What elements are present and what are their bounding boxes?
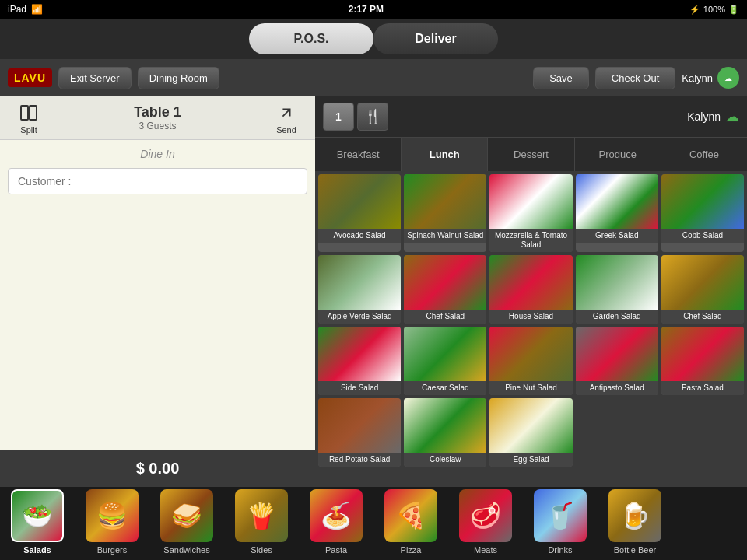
cat-icon-label: Drinks xyxy=(548,545,572,555)
battery-icon: 🔋 xyxy=(728,5,739,15)
split-button[interactable]: Split xyxy=(9,102,48,135)
menu-item-house-salad[interactable]: House Salad xyxy=(489,255,572,324)
menu-item-greek-salad[interactable]: Greek Salad xyxy=(576,174,658,252)
svg-rect-0 xyxy=(21,106,28,120)
customer-input[interactable] xyxy=(8,168,307,194)
bluetooth-icon: ⚡ xyxy=(689,5,700,15)
tab-coffee[interactable]: Coffee xyxy=(661,138,747,172)
cat-icon-img: 🥪 xyxy=(160,489,213,542)
pos-button[interactable]: P.O.S. xyxy=(249,23,374,54)
tab-produce[interactable]: Produce xyxy=(575,138,661,172)
split-label: Split xyxy=(20,125,37,135)
status-bar: iPad 📶 2:17 PM ⚡ 100% 🔋 xyxy=(0,0,747,19)
total-bar: $ 0.00 xyxy=(0,450,315,487)
cat-salads[interactable]: 🥗 Salads xyxy=(0,489,75,559)
menu-item-mozzarella-tomato-salad[interactable]: Mozzarella & Tomato Salad xyxy=(489,174,572,252)
wifi-icon: 📶 xyxy=(31,4,43,15)
menu-item-red-potato-salad[interactable]: Red Potato Salad xyxy=(318,398,401,467)
seat-tabs: 1 🍴 Kalynn ☁ xyxy=(315,96,747,137)
cloud-icon: ☁ xyxy=(725,108,739,125)
menu-item-label: Apple Verde Salad xyxy=(318,310,401,324)
seat-tab-1[interactable]: 1 xyxy=(323,103,354,131)
menu-item-label: Chef Salad xyxy=(661,310,744,324)
cat-icon-img: 🍔 xyxy=(86,489,139,542)
right-panel: 1 🍴 Kalynn ☁ Breakfast Lunch Dessert Pro… xyxy=(315,96,747,487)
cat-icon-label: Salads xyxy=(23,545,51,555)
main-content: Split Table 1 3 Guests Send Dine In xyxy=(0,96,747,487)
menu-item-egg-salad[interactable]: Egg Salad xyxy=(489,398,572,467)
cat-pasta[interactable]: 🍝 Pasta xyxy=(299,489,374,559)
top-nav: P.O.S. Deliver xyxy=(0,19,747,59)
cat-sides[interactable]: 🍟 Sides xyxy=(224,489,299,559)
tab-breakfast[interactable]: Breakfast xyxy=(315,138,402,172)
exit-server-button[interactable]: Exit Server xyxy=(58,67,132,89)
bottom-categories: 🥗 Salads 🍔 Burgers 🥪 Sandwiches 🍟 Sides … xyxy=(0,487,747,560)
menu-item-caesar-salad[interactable]: Caesar Salad xyxy=(404,327,486,395)
menu-item-label: Coleslaw xyxy=(404,453,486,467)
menu-item-apple-verde-salad[interactable]: Apple Verde Salad xyxy=(318,255,401,324)
menu-item-img xyxy=(661,174,744,229)
ipad-label: iPad xyxy=(8,4,26,15)
lavu-logo: LAVU xyxy=(8,68,52,87)
cat-meats[interactable]: 🥩 Meats xyxy=(448,489,523,559)
cat-icon-img: 🥗 xyxy=(11,489,64,542)
cat-icon-label: Meats xyxy=(474,545,497,555)
dining-room-button[interactable]: Dining Room xyxy=(138,67,219,89)
order-total: $ 0.00 xyxy=(136,460,180,478)
deliver-button[interactable]: Deliver xyxy=(374,23,498,54)
send-label: Send xyxy=(276,125,296,135)
cat-icon-img: 🍟 xyxy=(235,489,288,542)
svg-line-2 xyxy=(282,109,289,116)
menu-item-img xyxy=(661,255,744,310)
menu-item-img xyxy=(661,327,744,381)
user-name: Kalynn xyxy=(682,72,713,84)
cat-icon-label: Pizza xyxy=(401,545,422,555)
menu-item-antipasto-salad[interactable]: Antipasto Salad xyxy=(576,327,658,395)
cat-bottle-beer[interactable]: 🍺 Bottle Beer xyxy=(598,489,672,559)
save-button[interactable]: Save xyxy=(533,67,589,89)
cat-icon-img: 🍕 xyxy=(384,489,437,542)
svg-rect-1 xyxy=(30,106,37,120)
menu-item-img xyxy=(404,327,486,381)
avatar: ☁ xyxy=(717,67,739,89)
menu-item-img xyxy=(318,174,401,229)
menu-item-img xyxy=(318,398,401,453)
menu-grid: Avocado Salad Spinach Walnut Salad Mozza… xyxy=(318,174,744,467)
menu-item-garden-salad[interactable]: Garden Salad xyxy=(576,255,658,324)
cat-pizza[interactable]: 🍕 Pizza xyxy=(374,489,448,559)
split-icon xyxy=(18,102,40,124)
menu-item-coleslaw[interactable]: Coleslaw xyxy=(404,398,486,467)
tab-dessert[interactable]: Dessert xyxy=(488,138,574,172)
menu-item-cobb-salad[interactable]: Cobb Salad xyxy=(661,174,744,252)
cat-icon-label: Sides xyxy=(251,545,272,555)
menu-item-spinach-walnut-salad[interactable]: Spinach Walnut Salad xyxy=(404,174,486,252)
menu-item-label: Pasta Salad xyxy=(661,381,744,395)
time-display: 2:17 PM xyxy=(349,4,384,15)
menu-item-label: Chef Salad xyxy=(404,310,486,324)
menu-item-label: House Salad xyxy=(489,310,572,324)
cat-burgers[interactable]: 🍔 Burgers xyxy=(75,489,149,559)
seat-tab-icon[interactable]: 🍴 xyxy=(357,103,388,131)
menu-item-img xyxy=(489,174,572,229)
cat-sandwiches[interactable]: 🥪 Sandwiches xyxy=(149,489,224,559)
menu-item-img xyxy=(576,327,658,381)
menu-grid-area: Avocado Salad Spinach Walnut Salad Mozza… xyxy=(315,171,747,487)
tab-lunch[interactable]: Lunch xyxy=(402,138,488,172)
menu-item-label: Egg Salad xyxy=(489,453,572,467)
menu-item-img xyxy=(318,327,401,381)
table-header: Split Table 1 3 Guests Send xyxy=(0,96,315,140)
check-out-button[interactable]: Check Out xyxy=(595,67,675,89)
menu-item-label: Greek Salad xyxy=(576,229,658,243)
menu-item-pasta-salad[interactable]: Pasta Salad xyxy=(661,327,744,395)
user-badge-name: Kalynn xyxy=(687,110,721,123)
menu-item-side-salad[interactable]: Side Salad xyxy=(318,327,401,395)
menu-item-chef-salad-2[interactable]: Chef Salad xyxy=(661,255,744,324)
send-button[interactable]: Send xyxy=(267,102,306,135)
menu-item-pine-nut-salad[interactable]: Pine Nut Salad xyxy=(489,327,572,395)
menu-item-avocado-salad[interactable]: Avocado Salad xyxy=(318,174,401,252)
menu-item-label: Red Potato Salad xyxy=(318,453,401,467)
cat-icon-label: Pasta xyxy=(325,545,347,555)
menu-item-chef-salad[interactable]: Chef Salad xyxy=(404,255,486,324)
menu-item-label: Garden Salad xyxy=(576,310,658,324)
cat-drinks[interactable]: 🥤 Drinks xyxy=(523,489,598,559)
